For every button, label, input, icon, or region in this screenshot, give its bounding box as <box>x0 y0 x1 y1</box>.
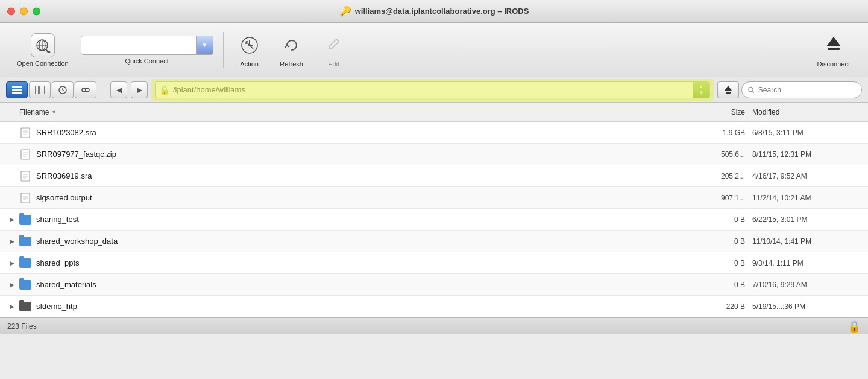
view-buttons <box>6 81 96 98</box>
path-text: /iplant/home/williams <box>173 85 689 94</box>
table-row[interactable]: ▶ sharing_test 0 B 6/22/15, 3:01 PM <box>0 209 868 231</box>
col-modified-header: Modified <box>752 108 861 116</box>
search-icon <box>748 86 755 94</box>
disconnect-label: Disconnect <box>817 60 850 68</box>
edit-button[interactable]: Edit <box>313 29 355 71</box>
file-size: 505.6... <box>680 150 752 159</box>
sort-chevron-icon: ▼ <box>51 109 57 115</box>
search-bar[interactable] <box>741 81 862 98</box>
quick-connect-wrapper: ▼ <box>81 36 213 55</box>
file-list-header: Filename ▼ Size Modified <box>0 103 868 122</box>
time-view-button[interactable] <box>52 81 74 98</box>
path-lock-icon: 🔒 <box>159 85 169 95</box>
forward-button[interactable]: ▶ <box>131 81 148 98</box>
expand-arrow[interactable]: ▶ <box>7 237 17 246</box>
folder-icon <box>19 237 31 246</box>
file-modified: 7/10/16, 9:29 AM <box>752 281 861 289</box>
svg-rect-11 <box>828 48 840 50</box>
file-name: shared_workshop_data <box>36 237 680 246</box>
svg-point-20 <box>82 88 86 92</box>
refresh-label: Refresh <box>280 60 303 68</box>
file-doc-icon <box>19 148 31 161</box>
minimize-button[interactable] <box>20 7 28 15</box>
svg-point-21 <box>86 88 89 92</box>
close-button[interactable] <box>7 7 15 15</box>
list-view-button[interactable] <box>6 81 28 98</box>
column-view-button[interactable] <box>29 81 51 98</box>
file-modified: 11/2/14, 10:21 AM <box>752 194 861 202</box>
table-row[interactable]: sigsorted.output 907.1... 11/2/14, 10:21… <box>0 187 868 209</box>
svg-marker-24 <box>725 86 732 91</box>
svg-rect-12 <box>12 86 22 88</box>
quick-connect-label: Quick Connect <box>125 57 169 65</box>
window-title: 🔑 williams@data.iplantcollaborative.org … <box>339 5 529 17</box>
action-button[interactable]: Action <box>228 29 271 71</box>
disconnect-button[interactable]: Disconnect <box>809 29 858 71</box>
file-size: 205.2... <box>680 172 752 180</box>
file-modified: 5/19/15...:36 PM <box>752 302 861 311</box>
path-bar[interactable]: 🔒 /iplant/home/williams ▲ ▼ <box>155 81 710 98</box>
file-rows: SRR1023082.sra 1.9 GB 6/8/15, 3:11 PM SR… <box>0 122 868 317</box>
file-size: 1.9 GB <box>680 129 752 137</box>
table-row[interactable]: SRR1023082.sra 1.9 GB 6/8/15, 3:11 PM <box>0 122 868 144</box>
svg-point-26 <box>749 87 753 91</box>
lock-icon: 🔒 <box>848 320 861 333</box>
table-row[interactable]: SRR036919.sra 205.2... 4/16/17, 9:52 AM <box>0 165 868 187</box>
refresh-button[interactable]: Refresh <box>271 29 313 71</box>
search-input[interactable] <box>758 86 855 94</box>
expand-arrow[interactable]: ▶ <box>7 280 17 290</box>
table-row[interactable]: ▶ shared_materials 0 B 7/10/16, 9:29 AM <box>0 274 868 296</box>
edit-label: Edit <box>328 60 339 68</box>
open-connection-button[interactable]: + Open Connection <box>10 30 76 71</box>
status-bar: 223 Files 🔒 <box>0 317 868 334</box>
folder-icon <box>19 280 31 290</box>
maximize-button[interactable] <box>33 7 40 15</box>
svg-marker-10 <box>826 37 841 46</box>
file-size: 0 B <box>680 281 752 289</box>
expand-placeholder <box>7 171 17 181</box>
action-label: Action <box>240 60 259 68</box>
table-row[interactable]: ▶ shared_workshop_data 0 B 11/10/14, 1:4… <box>0 231 868 252</box>
file-name: SRR097977_fastqc.zip <box>36 150 680 159</box>
expand-arrow[interactable]: ▶ <box>7 215 17 225</box>
file-modified: 4/16/17, 9:52 AM <box>752 172 861 180</box>
svg-text:+: + <box>46 49 49 53</box>
file-name: shared_materials <box>36 280 680 289</box>
file-list-container: Filename ▼ Size Modified SRR1023082.sra … <box>0 103 868 317</box>
expand-placeholder <box>7 150 17 159</box>
file-modified: 9/3/14, 1:11 PM <box>752 259 861 267</box>
file-doc-icon <box>19 192 31 204</box>
quick-connect-dropdown-button[interactable]: ▼ <box>196 36 213 54</box>
file-name: sharing_test <box>36 215 680 224</box>
nav-bar: ◀ ▶ 🔒 /iplant/home/williams ▲ ▼ <box>0 77 868 103</box>
toolbar-separator-1 <box>223 32 224 68</box>
edit-icon <box>321 33 347 58</box>
expand-placeholder <box>7 193 17 203</box>
file-size: 220 B <box>680 302 752 311</box>
table-row[interactable]: SRR097977_fastqc.zip 505.6... 8/11/15, 1… <box>0 144 868 165</box>
upload-button[interactable] <box>717 81 739 98</box>
expand-arrow[interactable]: ▶ <box>7 302 17 311</box>
table-row[interactable]: ▶ sfdemo_htp 220 B 5/19/15...:36 PM <box>0 296 868 317</box>
svg-rect-16 <box>40 86 45 94</box>
file-name: sigsorted.output <box>36 193 680 202</box>
svg-line-27 <box>752 91 754 92</box>
svg-line-19 <box>63 90 64 91</box>
table-row[interactable]: ▶ shared_ppts 0 B 9/3/14, 1:11 PM <box>0 252 868 274</box>
path-bar-wrapper: 🔒 /iplant/home/williams ▲ ▼ <box>155 81 710 98</box>
file-name: sfdemo_htp <box>36 302 680 311</box>
refresh-icon <box>279 33 304 58</box>
file-name: SRR036919.sra <box>36 171 680 180</box>
back-button[interactable]: ◀ <box>110 81 127 98</box>
path-chevron-button[interactable]: ▲ ▼ <box>693 82 709 98</box>
file-modified: 11/10/14, 1:41 PM <box>752 237 861 246</box>
quick-connect-input[interactable] <box>81 40 196 49</box>
file-name: SRR1023082.sra <box>36 128 680 137</box>
file-size: 0 B <box>680 215 752 224</box>
sync-view-button[interactable] <box>75 81 96 98</box>
status-file-count: 223 Files <box>7 322 37 331</box>
traffic-lights <box>7 7 40 15</box>
file-modified: 8/11/15, 12:31 PM <box>752 150 861 159</box>
expand-arrow[interactable]: ▶ <box>7 258 17 268</box>
open-connection-label: Open Connection <box>17 60 69 67</box>
